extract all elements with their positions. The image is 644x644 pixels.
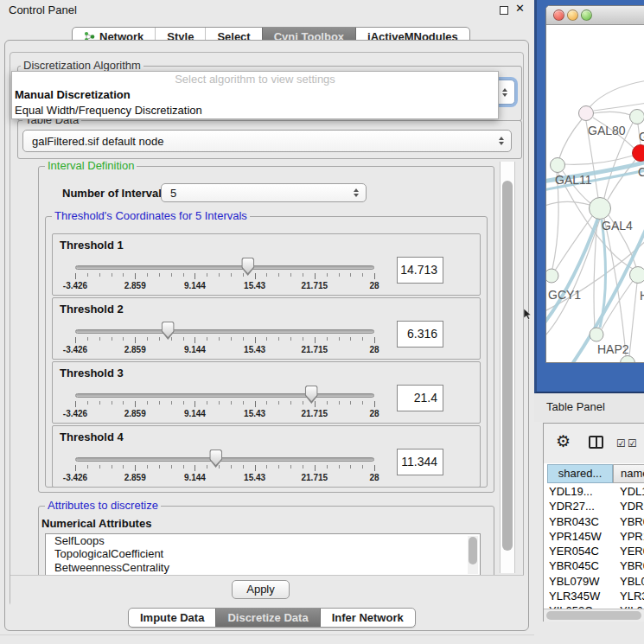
thresholds-group-title: Threshold's Coordinates for 5 Intervals bbox=[52, 210, 250, 222]
threshold-value-field[interactable]: 14.713 bbox=[397, 257, 443, 284]
node-gal4[interactable] bbox=[590, 198, 611, 220]
tick-label: -3.426 bbox=[63, 473, 87, 482]
table-row[interactable]: YDR27...YDR2 bbox=[544, 499, 644, 513]
slider-tick bbox=[87, 401, 88, 405]
slider-tick bbox=[255, 465, 256, 471]
zoom-traffic-light[interactable] bbox=[581, 10, 592, 21]
slider-track[interactable] bbox=[75, 265, 374, 270]
table-row[interactable]: YER054CYER0 bbox=[544, 544, 644, 558]
cell-name: YLR3 bbox=[620, 590, 644, 603]
columns-icon[interactable] bbox=[589, 436, 603, 449]
tab-discretize-data[interactable]: Discretize Data bbox=[215, 609, 319, 627]
table-row[interactable]: YLR345WYLR3 bbox=[544, 589, 644, 603]
table-row[interactable]: YBR043CYBR0 bbox=[544, 514, 644, 529]
tick-label: 28 bbox=[369, 409, 379, 418]
slider-tick bbox=[219, 401, 220, 405]
slider-track[interactable] bbox=[75, 393, 374, 398]
checkbox-icon[interactable]: ☑ bbox=[616, 437, 626, 450]
threshold-panel-4: Threshold 4-3.4262.8599.14415.4321.71528… bbox=[52, 425, 481, 488]
attribute-item[interactable]: SelfLoops bbox=[46, 534, 480, 547]
num-intervals-combobox[interactable]: 5 bbox=[161, 183, 367, 202]
slider-tick bbox=[112, 465, 112, 469]
dropdown-item-manual[interactable]: Manual Discretization bbox=[12, 87, 498, 103]
cell-shared-name: YDL19... bbox=[549, 485, 611, 498]
slider-tick bbox=[266, 465, 267, 469]
node-hap2[interactable] bbox=[590, 328, 603, 341]
node-h-right[interactable] bbox=[630, 267, 644, 284]
slider-track[interactable] bbox=[75, 329, 374, 334]
node-gal11[interactable] bbox=[551, 158, 565, 173]
cell-name: YBL0 bbox=[620, 575, 644, 588]
slider-tick bbox=[123, 401, 124, 405]
dropdown-item-equal-width[interactable]: Equal Width/Frequency Discretization bbox=[12, 103, 498, 118]
apply-button[interactable]: Apply bbox=[232, 580, 290, 599]
slider-tick bbox=[159, 337, 160, 341]
slider-tick bbox=[266, 337, 267, 341]
cell-name: YBR0 bbox=[620, 559, 644, 572]
threshold-value-field[interactable]: 6.316 bbox=[397, 321, 443, 348]
slider-tick bbox=[243, 465, 244, 469]
table-data-combobox[interactable]: galFiltered.sif default node bbox=[22, 130, 512, 152]
tick-label: 21.715 bbox=[302, 473, 328, 482]
tick-label: 15.43 bbox=[244, 345, 265, 354]
table-row[interactable]: YBL079WYBL0 bbox=[544, 574, 644, 589]
attribute-item[interactable]: BetweennessCentrality bbox=[46, 561, 480, 574]
slider-tick bbox=[303, 401, 303, 405]
slider-tick bbox=[350, 465, 351, 469]
tick-label: 21.715 bbox=[302, 409, 328, 418]
node-gal-right[interactable] bbox=[630, 110, 644, 124]
threshold-value-field[interactable]: 21.4 bbox=[397, 385, 443, 411]
network-canvas[interactable]: GAL80 GA C GAL11 GAL4 GCY1 H HAP2 bbox=[546, 25, 644, 363]
node-gcy1[interactable] bbox=[546, 269, 558, 283]
slider-thumb[interactable] bbox=[305, 386, 318, 404]
algorithm-dropdown-popup: Select algorithm to view settings Manual… bbox=[11, 71, 499, 119]
scrollbar-thumb[interactable] bbox=[502, 181, 513, 551]
slider-tick bbox=[123, 465, 124, 469]
gear-icon[interactable]: ⚙ bbox=[556, 431, 571, 451]
node-bottom-partial[interactable] bbox=[621, 356, 635, 364]
column-header-shared[interactable]: shared... bbox=[547, 464, 613, 483]
cell-shared-name: YPR145W bbox=[549, 530, 611, 543]
attributes-list-scrollbar[interactable] bbox=[468, 536, 478, 574]
table-row[interactable]: YPR145WYPR1 bbox=[544, 529, 644, 544]
column-header-name[interactable]: name bbox=[613, 464, 644, 483]
slider-tick bbox=[278, 465, 279, 469]
node-selected-red[interactable] bbox=[633, 145, 644, 162]
panel-scrollbar[interactable] bbox=[500, 162, 515, 573]
tab-impute-data[interactable]: Impute Data bbox=[129, 609, 215, 627]
slider-tick bbox=[362, 337, 363, 341]
slider-tick bbox=[231, 273, 232, 277]
slider-tick bbox=[315, 337, 316, 343]
slider-thumb[interactable] bbox=[162, 322, 175, 340]
slider-tick bbox=[350, 273, 351, 277]
tick-label: 15.43 bbox=[244, 281, 265, 290]
threshold-panel-1: Threshold 1-3.4262.8599.14415.4321.71528… bbox=[52, 233, 481, 296]
threshold-value-field[interactable]: 11.344 bbox=[397, 449, 443, 475]
table-horizontal-scrollbar[interactable] bbox=[544, 609, 644, 622]
slider-thumb[interactable] bbox=[241, 258, 254, 276]
slider-track[interactable] bbox=[75, 457, 374, 462]
slider-tick bbox=[339, 465, 340, 469]
checkbox-icon[interactable]: ☑ bbox=[628, 437, 637, 450]
slider-thumb[interactable] bbox=[209, 450, 222, 468]
scrollbar-thumb[interactable] bbox=[546, 611, 641, 620]
attribute-item[interactable]: TopologicalCoefficient bbox=[46, 547, 480, 560]
close-icon[interactable]: ✕ bbox=[515, 2, 525, 15]
minimize-traffic-light[interactable] bbox=[567, 10, 578, 21]
node-gal80[interactable] bbox=[579, 106, 594, 121]
close-traffic-light[interactable] bbox=[553, 10, 564, 21]
table-toolbar: ⚙ ☑ ☑ bbox=[544, 424, 644, 463]
tab-infer-network[interactable]: Infer Network bbox=[320, 609, 415, 627]
table-row[interactable]: YDL19...YDL1 bbox=[544, 484, 644, 499]
cell-shared-name: YBL079W bbox=[549, 575, 611, 588]
slider-tick bbox=[147, 273, 148, 277]
slider-tick bbox=[147, 401, 148, 405]
slider-tick bbox=[87, 465, 88, 469]
slider-tick bbox=[374, 401, 375, 407]
float-window-icon[interactable] bbox=[500, 6, 508, 15]
slider-tick bbox=[207, 401, 207, 405]
slider-tick bbox=[278, 273, 279, 277]
scrollbar-thumb[interactable] bbox=[469, 537, 477, 564]
table-row[interactable]: YBR045CYBR0 bbox=[544, 558, 644, 573]
slider-tick bbox=[123, 273, 124, 277]
